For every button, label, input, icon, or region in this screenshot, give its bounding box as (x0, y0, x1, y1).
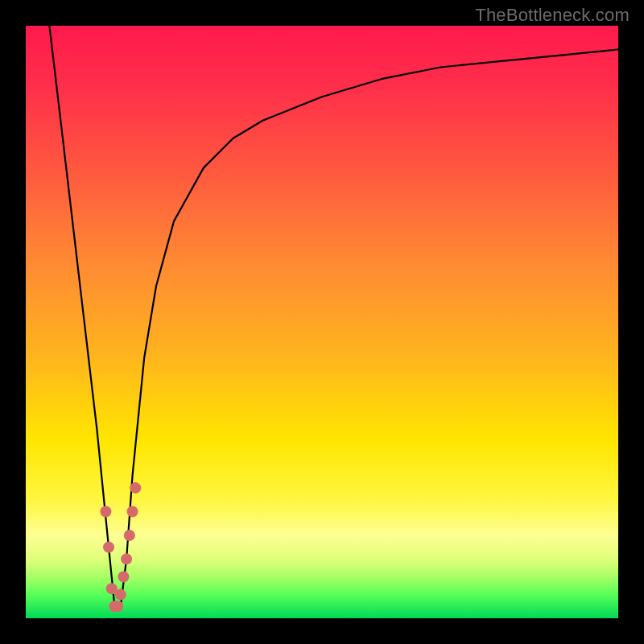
marker-dot (124, 530, 135, 541)
marker-dot (115, 589, 126, 601)
marker-dot (130, 482, 141, 493)
marker-dot (127, 506, 138, 518)
watermark-text: TheBottleneck.com (475, 5, 630, 26)
bottleneck-chart (26, 26, 618, 618)
marker-dot (118, 572, 129, 583)
chart-frame: TheBottleneck.com (0, 0, 644, 644)
marker-dot (112, 601, 123, 612)
gradient-background (26, 26, 618, 618)
marker-dot (103, 542, 114, 553)
marker-dot (121, 553, 132, 564)
marker-dot (100, 506, 111, 518)
